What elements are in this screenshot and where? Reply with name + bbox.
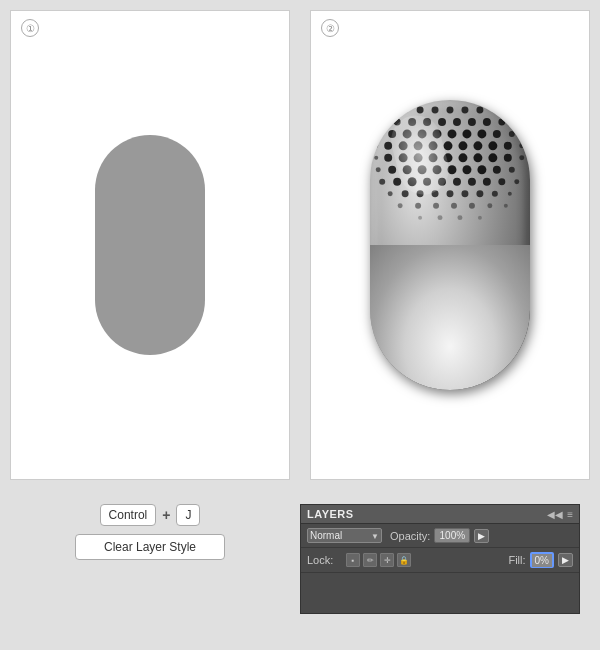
svg-point-73: [402, 190, 409, 197]
svg-point-81: [398, 203, 403, 208]
svg-point-60: [493, 166, 501, 174]
fill-value-wrapper: 0%: [530, 552, 554, 568]
lock-position-icon[interactable]: ✛: [380, 553, 394, 567]
svg-point-26: [477, 129, 486, 138]
svg-point-19: [376, 131, 381, 136]
svg-point-53: [388, 166, 396, 174]
layers-title: LAYERS: [307, 508, 354, 520]
svg-point-89: [438, 215, 443, 220]
svg-point-59: [477, 165, 486, 174]
svg-point-85: [469, 203, 475, 209]
svg-point-58: [462, 165, 471, 174]
svg-point-38: [488, 141, 497, 150]
svg-point-15: [468, 118, 476, 126]
svg-point-25: [462, 129, 471, 138]
control-key[interactable]: Control: [100, 504, 157, 526]
clear-layer-style-button[interactable]: Clear Layer Style: [75, 534, 225, 560]
panel-number-1: ①: [21, 19, 39, 37]
svg-point-16: [483, 118, 491, 126]
svg-point-3: [432, 106, 439, 113]
layers-lock-row: Lock: ▪ ✏ ✛ 🔒 Fill: 0% ▶: [301, 548, 579, 573]
metallic-capsule: [370, 100, 530, 390]
svg-point-40: [519, 143, 524, 148]
fill-value[interactable]: 0%: [532, 554, 552, 567]
opacity-arrow-button[interactable]: ▶: [474, 529, 489, 543]
svg-point-67: [453, 178, 461, 186]
svg-point-18: [514, 119, 520, 125]
j-key[interactable]: J: [176, 504, 200, 526]
blend-mode-wrapper: Normal Dissolve Multiply Screen Overlay …: [307, 528, 382, 543]
metallic-capsule-wrapper: [370, 100, 530, 390]
bottom-toolbar: Control + J Clear Layer Style LAYERS ◀◀ …: [0, 490, 600, 650]
svg-point-35: [444, 141, 453, 150]
plain-capsule: [95, 135, 205, 355]
svg-point-80: [508, 192, 512, 196]
opacity-value[interactable]: 100%: [434, 528, 470, 543]
svg-point-68: [468, 178, 476, 186]
svg-point-2: [417, 106, 424, 113]
svg-point-36: [458, 141, 467, 150]
opacity-label: Opacity:: [390, 530, 430, 542]
lock-label: Lock:: [307, 554, 342, 566]
svg-point-0: [387, 107, 393, 113]
right-canvas-panel: ②: [310, 10, 590, 480]
svg-point-42: [384, 154, 392, 162]
svg-point-87: [504, 204, 508, 208]
svg-point-4: [447, 106, 454, 113]
lock-all-icon[interactable]: 🔒: [397, 553, 411, 567]
svg-point-29: [520, 132, 524, 136]
svg-point-83: [433, 203, 439, 209]
svg-point-6: [476, 106, 483, 113]
svg-point-27: [493, 130, 501, 138]
svg-point-49: [488, 153, 497, 162]
panel-number-2: ②: [321, 19, 339, 37]
toolbar-left: Control + J Clear Layer Style: [20, 504, 280, 560]
svg-point-39: [504, 142, 512, 150]
svg-point-82: [415, 203, 421, 209]
dots-overlay: [370, 100, 530, 260]
svg-point-72: [388, 191, 393, 196]
svg-point-51: [519, 155, 524, 160]
svg-point-5: [461, 106, 468, 113]
blend-mode-select[interactable]: Normal Dissolve Multiply Screen Overlay: [307, 528, 382, 543]
svg-point-86: [487, 203, 492, 208]
svg-point-71: [514, 179, 519, 184]
svg-point-84: [451, 203, 457, 209]
svg-point-91: [478, 216, 482, 220]
layers-panel: LAYERS ◀◀ ≡ Normal Dissolve Multiply Scr…: [300, 504, 580, 614]
svg-point-9: [379, 119, 385, 125]
svg-point-13: [438, 118, 446, 126]
lock-image-icon[interactable]: ✏: [363, 553, 377, 567]
svg-point-8: [507, 107, 513, 113]
shortcut-row: Control + J: [100, 504, 201, 526]
svg-point-50: [504, 154, 512, 162]
panel-menu-icon[interactable]: ≡: [567, 509, 573, 520]
svg-point-69: [483, 178, 491, 186]
svg-point-90: [457, 215, 462, 220]
svg-point-24: [448, 129, 457, 138]
svg-point-70: [498, 178, 505, 185]
left-canvas-panel: ①: [10, 10, 290, 480]
svg-point-17: [498, 118, 505, 125]
layers-collapse-icons: ◀◀ ≡: [547, 509, 573, 520]
capsule-shine: [370, 245, 530, 390]
layers-blend-row: Normal Dissolve Multiply Screen Overlay …: [301, 524, 579, 548]
svg-point-1: [402, 107, 408, 113]
svg-point-30: [374, 144, 378, 148]
lock-icons: ▪ ✏ ✛ 🔒: [346, 553, 411, 567]
svg-point-48: [473, 153, 482, 162]
svg-point-76: [447, 190, 454, 197]
svg-point-52: [376, 167, 381, 172]
fill-arrow-button[interactable]: ▶: [558, 553, 573, 567]
svg-point-14: [453, 118, 461, 126]
plus-icon: +: [162, 507, 170, 523]
svg-point-79: [492, 191, 498, 197]
collapse-icon-1[interactable]: ◀◀: [547, 509, 563, 520]
svg-point-62: [379, 179, 385, 185]
svg-point-61: [509, 167, 515, 173]
svg-point-78: [476, 190, 483, 197]
svg-point-88: [418, 216, 422, 220]
lock-transparent-icon[interactable]: ▪: [346, 553, 360, 567]
svg-point-41: [374, 156, 378, 160]
svg-point-77: [461, 190, 468, 197]
